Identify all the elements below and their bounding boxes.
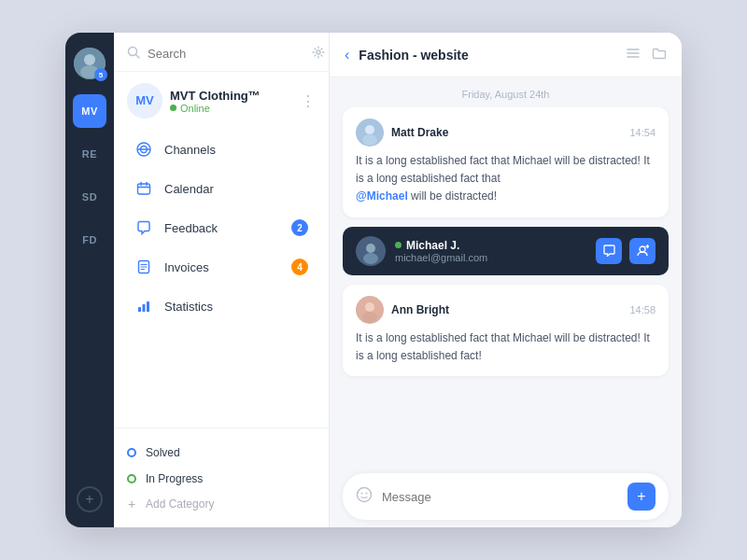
channel-info: MVT Clothing™ Online — [170, 89, 293, 114]
ann-bright-name: Ann Bright — [391, 303, 622, 316]
svg-rect-20 — [143, 304, 146, 312]
statistics-label: Statistics — [164, 300, 308, 314]
michael-popup-avatar — [356, 236, 386, 266]
statistics-icon — [134, 297, 153, 315]
chat-header-icons — [626, 46, 667, 63]
calendar-label: Calendar — [164, 182, 308, 196]
message-ann-bright: Ann Bright 14:58 It is a long establishe… — [343, 285, 669, 376]
svg-rect-19 — [138, 307, 141, 312]
svg-point-30 — [363, 253, 378, 264]
svg-rect-11 — [138, 184, 150, 194]
calendar-icon — [134, 179, 153, 198]
matt-drake-message: It is a long established fact that Micha… — [356, 152, 655, 206]
add-user-action-button[interactable] — [629, 238, 655, 264]
feedback-icon — [134, 218, 153, 237]
svg-point-31 — [640, 246, 645, 252]
svg-point-29 — [366, 244, 375, 253]
solved-label: Solved — [146, 446, 180, 459]
category-in-progress[interactable]: In Progress — [127, 466, 316, 492]
ann-bright-time: 14:58 — [629, 304, 655, 315]
invoices-label: Invoices — [164, 260, 280, 274]
channel-header: MV MVT Clothing™ Online ⋮ — [114, 72, 329, 124]
svg-point-1 — [84, 54, 95, 65]
feedback-badge: 2 — [291, 219, 308, 236]
nav-item-calendar[interactable]: Calendar — [121, 170, 321, 207]
search-icon — [127, 46, 140, 62]
michael-email: michael@gmail.com — [395, 252, 586, 263]
svg-rect-21 — [147, 301, 149, 312]
user-avatar-container[interactable]: 5 — [74, 48, 106, 79]
in-progress-dot — [127, 474, 136, 483]
sidebar-item-re[interactable]: RE — [73, 137, 106, 171]
emoji-button[interactable] — [356, 486, 373, 508]
nav-item-channels[interactable]: Channels — [121, 131, 321, 168]
list-icon[interactable] — [626, 46, 641, 63]
sidebar-item-mv[interactable]: MV — [73, 94, 106, 128]
svg-point-26 — [365, 125, 374, 134]
chat-panel: ‹ Fashion - website Friday, August 24t — [329, 33, 682, 527]
message-action-button[interactable] — [596, 238, 622, 264]
search-bar — [114, 33, 329, 72]
back-button[interactable]: ‹ — [345, 47, 349, 63]
matt-drake-time: 14:54 — [629, 127, 655, 138]
message-matt-drake: Matt Drake 14:54 It is a long establishe… — [343, 107, 669, 217]
nav-item-feedback[interactable]: Feedback 2 — [121, 209, 321, 246]
chat-title: Fashion - website — [359, 48, 616, 63]
send-button[interactable]: + — [627, 483, 655, 511]
popup-online-dot — [395, 242, 402, 248]
chat-header: ‹ Fashion - website — [330, 33, 682, 77]
chat-messages: Matt Drake 14:54 It is a long establishe… — [330, 107, 682, 465]
nav-items: Channels Calendar — [114, 124, 329, 427]
folder-icon[interactable] — [652, 46, 667, 63]
category-solved[interactable]: Solved — [127, 440, 316, 466]
popup-card-michael: Michael J. michael@gmail.com — [343, 227, 669, 275]
ann-bright-message: It is a long established fact that Micha… — [356, 329, 655, 365]
date-divider: Friday, August 24th — [330, 77, 682, 107]
popup-actions — [596, 238, 655, 264]
svg-text:MV: MV — [135, 93, 154, 107]
matt-drake-name: Matt Drake — [391, 126, 622, 139]
nav-item-invoices[interactable]: Invoices 4 — [121, 248, 321, 286]
ann-bright-avatar — [356, 296, 384, 324]
add-workspace-button[interactable]: + — [77, 486, 103, 512]
message-input[interactable] — [382, 490, 618, 504]
channel-menu-button[interactable]: ⋮ — [301, 92, 316, 110]
invoices-badge: 4 — [291, 259, 308, 275]
solved-dot — [127, 448, 136, 457]
add-plus-icon: + — [127, 499, 136, 509]
matt-drake-avatar — [356, 119, 384, 147]
channel-name: MVT Clothing™ — [170, 89, 293, 103]
svg-point-35 — [365, 302, 374, 312]
notification-badge: 5 — [94, 68, 107, 81]
categories-section: Solved In Progress + Add Category — [114, 427, 329, 527]
feedback-label: Feedback — [164, 221, 280, 235]
sidebar-item-sd[interactable]: SD — [73, 180, 106, 214]
michael-info: Michael J. michael@gmail.com — [395, 239, 586, 263]
add-category-label: Add Category — [146, 497, 214, 511]
invoices-icon — [134, 258, 153, 276]
channel-status: Online — [170, 103, 293, 114]
svg-point-5 — [317, 50, 320, 54]
svg-point-37 — [358, 487, 372, 501]
nav-item-statistics[interactable]: Statistics — [121, 287, 321, 325]
sidebar-item-fd[interactable]: FD — [73, 223, 106, 257]
search-input[interactable] — [148, 47, 304, 61]
channels-label: Channels — [164, 143, 308, 157]
status-dot — [170, 105, 176, 111]
svg-line-4 — [136, 55, 140, 59]
chat-input-area: + — [343, 472, 669, 520]
sidebar: 5 MV RE SD FD + — [65, 33, 114, 527]
add-category-button[interactable]: + Add Category — [127, 492, 316, 516]
gear-icon[interactable] — [312, 46, 325, 62]
in-progress-label: In Progress — [146, 472, 203, 485]
michael-name: Michael J. — [406, 239, 459, 252]
svg-point-27 — [362, 134, 377, 146]
channel-avatar: MV — [127, 83, 162, 119]
middle-panel: MV MVT Clothing™ Online ⋮ — [114, 33, 329, 527]
svg-point-39 — [366, 492, 368, 494]
channels-icon — [134, 140, 153, 159]
svg-point-38 — [361, 492, 363, 494]
svg-point-36 — [362, 312, 377, 323]
